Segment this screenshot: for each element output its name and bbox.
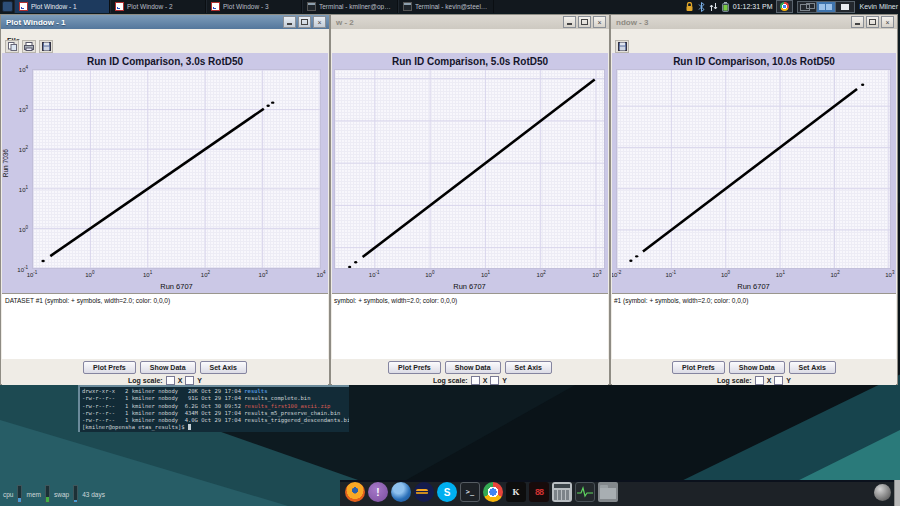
workspace-1[interactable] <box>798 2 817 12</box>
axis-tick-label: 103 <box>19 105 28 113</box>
mem-label: mem <box>26 491 40 498</box>
panel-handle[interactable] <box>894 480 900 506</box>
window-titlebar[interactable]: w - 2 × <box>331 15 609 30</box>
set-axis-button[interactable]: Set Axis <box>200 361 247 374</box>
chart-title: Run ID Comparison, 3.0s RotD50 <box>2 56 328 67</box>
bottom-panel: cpu mem swap 43 days ! S >_ K 88 <box>0 480 900 506</box>
x-axis-ticks: 10-1100101102103 <box>334 270 605 280</box>
network-arrows-icon[interactable] <box>709 0 718 16</box>
dataset-info-panel[interactable]: #1 (symbol: + symbols, width=2.0; color:… <box>612 293 896 360</box>
log-x-checkbox[interactable] <box>471 376 480 385</box>
dataset-label: symbol: + symbols, width=2.0; color: 0,0… <box>332 294 608 304</box>
user-name[interactable]: Kevin Milner <box>859 3 898 10</box>
taskbar-item-label: Terminal - kmilner@opensha... <box>319 3 393 10</box>
plot-prefs-button[interactable]: Plot Prefs <box>672 361 725 374</box>
taskbar-item-plot-window-2[interactable]: Plot Window - 2 <box>110 0 206 13</box>
maximize-button[interactable] <box>866 16 879 28</box>
x-axis-label: Run 6707 <box>616 282 891 291</box>
minimize-button[interactable] <box>563 16 576 28</box>
terminal-window[interactable]: drwxr-xr-x 2 kmilner nobody 20K Oct 29 1… <box>78 385 349 432</box>
log-y-checkbox[interactable] <box>185 376 194 385</box>
dock-launcher-row: ! S >_ K 88 <box>345 482 618 502</box>
file-manager-icon[interactable] <box>598 482 618 502</box>
show-data-button[interactable]: Show Data <box>729 361 785 374</box>
chrome-icon[interactable] <box>483 482 503 502</box>
file-name: results <box>244 388 267 394</box>
chrome-tray-icon[interactable] <box>776 0 793 13</box>
maximize-button[interactable] <box>578 16 591 28</box>
maximize-button[interactable] <box>298 16 311 28</box>
lock-icon[interactable] <box>685 0 694 16</box>
controls-panel: Plot Prefs Show Data Set Axis Log scale:… <box>612 359 896 385</box>
workspace-pager[interactable] <box>797 1 855 13</box>
save-icon[interactable] <box>39 40 53 53</box>
log-x-label: X <box>178 377 183 384</box>
retro-88-icon[interactable]: 88 <box>529 482 549 502</box>
plot-area[interactable] <box>616 69 891 269</box>
taskbar-item-label: Terminal - kevin@steel: ~/wo... <box>415 3 489 10</box>
plot-area[interactable] <box>334 69 605 269</box>
chart-title: Run ID Comparison, 5.0s RotD50 <box>332 56 608 67</box>
plot-prefs-button[interactable]: Plot Prefs <box>83 361 136 374</box>
taskbar-item-plot-window-3[interactable]: Plot Window - 3 <box>206 0 302 13</box>
close-button[interactable]: × <box>593 16 606 28</box>
dataset-info-panel[interactable]: symbol: + symbols, width=2.0; color: 0,0… <box>332 293 608 360</box>
taskbar-item-plot-window-1[interactable]: Plot Window - 1 <box>14 0 110 13</box>
pidgin-icon[interactable]: ! <box>368 482 388 502</box>
system-monitor-icon[interactable] <box>575 482 595 502</box>
close-button[interactable]: × <box>881 16 894 28</box>
window-titlebar[interactable]: Plot Window - 1 × <box>1 15 329 30</box>
dataset-label: DATASET #1 (symbol: + symbols, width=2.0… <box>2 294 328 304</box>
set-axis-button[interactable]: Set Axis <box>789 361 836 374</box>
firefox-icon[interactable] <box>345 482 365 502</box>
terminal-launcher-icon[interactable]: >_ <box>460 482 480 502</box>
log-y-label: Y <box>197 377 202 384</box>
axis-tick-label: 100 <box>721 270 730 278</box>
taskbar-item-label: Plot Window - 3 <box>223 3 269 10</box>
dataset-info-panel[interactable]: DATASET #1 (symbol: + symbols, width=2.0… <box>2 293 328 360</box>
toolbar <box>331 29 609 54</box>
save-icon[interactable] <box>615 40 629 53</box>
workspace-2-active[interactable] <box>817 2 836 12</box>
show-data-button[interactable]: Show Data <box>140 361 196 374</box>
battery-icon[interactable] <box>722 0 729 16</box>
swap-gauge[interactable] <box>73 485 78 503</box>
taskbar-item-terminal-kmilner[interactable]: Terminal - kmilner@opensha... <box>302 0 398 13</box>
copy-icon[interactable] <box>5 40 19 53</box>
axis-tick-label: 102 <box>537 270 546 278</box>
taskbar-item-terminal-kevin[interactable]: Terminal - kevin@steel: ~/wo... <box>398 0 494 13</box>
log-y-checkbox[interactable] <box>490 376 499 385</box>
x-axis-label: Run 6707 <box>32 282 321 291</box>
bluetooth-icon[interactable] <box>698 0 705 16</box>
log-y-checkbox[interactable] <box>774 376 783 385</box>
print-icon[interactable] <box>22 40 36 53</box>
thunderbird-icon[interactable] <box>391 482 411 502</box>
axis-tick-label: 10-1 <box>27 270 38 278</box>
log-y-label: Y <box>502 377 507 384</box>
log-x-checkbox[interactable] <box>755 376 764 385</box>
close-button[interactable]: × <box>313 16 326 28</box>
mem-gauge[interactable] <box>45 485 50 503</box>
top-taskbar: Plot Window - 1 Plot Window - 2 Plot Win… <box>0 0 900 13</box>
show-desktop-sphere-icon[interactable] <box>874 484 891 501</box>
chart-title: Run ID Comparison, 10.0s RotD50 <box>612 56 896 67</box>
eclipse-icon[interactable] <box>414 482 434 502</box>
show-data-button[interactable]: Show Data <box>445 361 501 374</box>
kicad-icon[interactable]: K <box>506 482 526 502</box>
plot-area[interactable] <box>32 69 321 269</box>
workspace-3[interactable] <box>836 2 854 12</box>
cpu-gauge[interactable] <box>17 485 22 503</box>
set-axis-button[interactable]: Set Axis <box>505 361 552 374</box>
window-titlebar[interactable]: ndow - 3 × <box>611 15 897 30</box>
log-x-checkbox[interactable] <box>166 376 175 385</box>
minimize-button[interactable] <box>283 16 296 28</box>
applications-menu-icon[interactable] <box>0 0 14 13</box>
controls-panel: Plot Prefs Show Data Set Axis Log scale:… <box>2 359 328 385</box>
skype-icon[interactable]: S <box>437 482 457 502</box>
x-axis-ticks: 10-1100101102103104 <box>32 270 321 280</box>
plot-prefs-button[interactable]: Plot Prefs <box>388 361 441 374</box>
terminal-output[interactable]: drwxr-xr-x 2 kmilner nobody 20K Oct 29 1… <box>80 387 349 432</box>
clock[interactable]: 01:12:31 PM <box>733 3 773 10</box>
minimize-button[interactable] <box>851 16 864 28</box>
calculator-icon[interactable] <box>552 482 572 502</box>
